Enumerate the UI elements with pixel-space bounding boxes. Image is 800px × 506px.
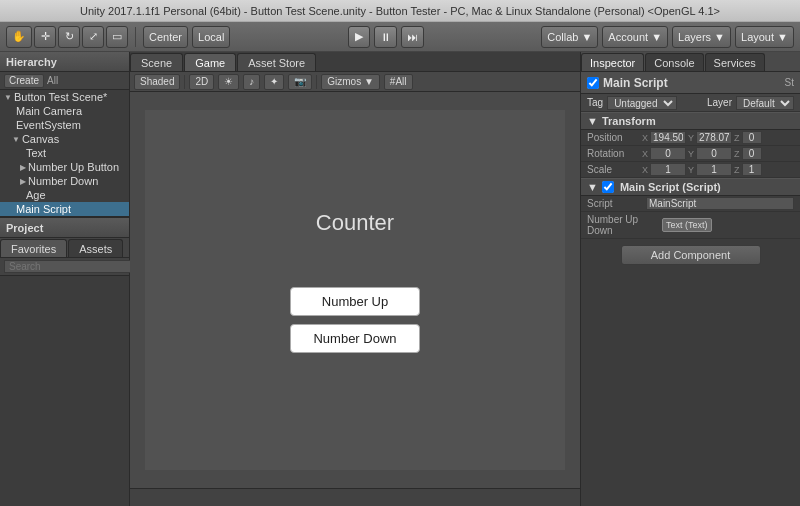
shaded-btn[interactable]: Shaded [134,74,180,90]
layer-select[interactable]: Default [736,96,794,110]
pos-x-input[interactable] [650,131,686,144]
hierarchy-item-numberup[interactable]: ▶ Number Up Button [0,160,129,174]
collapse-icon: ▼ [12,135,20,144]
tag-label: Tag [587,97,603,108]
hand-tool-btn[interactable]: ✋ [6,26,32,48]
number-up-btn[interactable]: Number Up [290,287,420,316]
rot-x-input[interactable] [650,147,686,160]
hierarchy-create-btn[interactable]: Create [4,74,44,88]
scale-y-input[interactable] [696,163,732,176]
scale-z-input[interactable] [742,163,762,176]
z-label: Z [734,165,740,175]
hierarchy-panel: Hierarchy Create All ▼ Button Test Scene… [0,52,130,506]
transform-tools: ✋ ✛ ↻ ⤢ ▭ [6,26,128,48]
account-btn[interactable]: Account ▼ [602,26,668,48]
object-name: Main Script [603,76,781,90]
rot-y-input[interactable] [696,147,732,160]
game-buttons: Number Up Number Down [290,287,420,353]
transform-label: Transform [602,115,656,127]
script-field-row: Script [581,196,800,212]
move-tool-btn[interactable]: ✛ [34,26,56,48]
hierarchy-item-label: EventSystem [16,119,81,131]
collapse-icon: ▼ [587,115,598,127]
static-label: St [785,77,794,88]
hierarchy-title: Hierarchy [6,56,57,68]
hierarchy-item-eventsystem[interactable]: EventSystem [0,118,129,132]
tag-select[interactable]: Untagged [607,96,677,110]
collapse-icon: ▼ [587,181,598,193]
project-tab-assets[interactable]: Assets [68,239,123,257]
console-tab[interactable]: Console [645,53,703,71]
collapse-icon: ▶ [20,163,26,172]
pos-z-input[interactable] [742,131,762,144]
position-row: Position X Y Z [581,130,800,146]
hierarchy-item-numberdown[interactable]: ▶ Number Down [0,174,129,188]
y-label: Y [688,149,694,159]
rotation-row: Rotation X Y Z [581,146,800,162]
sep2 [316,75,317,89]
position-label: Position [587,132,642,143]
rotate-tool-btn[interactable]: ↻ [58,26,80,48]
gizmos-btn[interactable]: Gizmos ▼ [321,74,380,90]
hierarchy-item-label: Number Down [28,175,98,187]
fx-btn[interactable]: ✦ [264,74,284,90]
rot-z-input[interactable] [742,147,762,160]
scene-cam-btn[interactable]: 📷 [288,74,312,90]
hierarchy-item-label: Main Script [16,203,71,215]
sep1 [135,27,136,47]
project-search-input[interactable] [4,260,141,273]
scale-label: Scale [587,164,642,175]
num-up-down-badge: Text (Text) [662,218,712,232]
x-label: X [642,149,648,159]
hierarchy-item-scene[interactable]: ▼ Button Test Scene* [0,90,129,104]
hierarchy-item-text[interactable]: Text [0,146,129,160]
project-tabs: Favorites Assets [0,238,129,258]
hierarchy-item-mainscript[interactable]: Main Script [0,202,129,216]
hierarchy-item-canvas[interactable]: ▼ Canvas [0,132,129,146]
add-component-btn[interactable]: Add Component [621,245,761,265]
number-down-btn[interactable]: Number Down [290,324,420,353]
center-area: Scene Game Asset Store Shaded 2D ☀ ♪ ✦ 📷… [130,52,580,506]
layers-btn[interactable]: Layers ▼ [672,26,731,48]
hierarchy-all-label: All [47,75,58,86]
inspector-tabs: Inspector Console Services [581,52,800,72]
titlebar-title: Unity 2017.1.1f1 Personal (64bit) - Butt… [80,5,720,17]
object-active-checkbox[interactable] [587,77,599,89]
hierarchy-item-label: Main Camera [16,105,82,117]
hierarchy-item-maincamera[interactable]: Main Camera [0,104,129,118]
scene-tabs: Scene Game Asset Store [130,52,580,72]
asset-store-tab[interactable]: Asset Store [237,53,316,71]
play-btn[interactable]: ▶ [348,26,370,48]
services-tab[interactable]: Services [705,53,765,71]
local-btn[interactable]: Local [192,26,230,48]
light-btn[interactable]: ☀ [218,74,239,90]
audio-btn[interactable]: ♪ [243,74,260,90]
layer-label: Layer [707,97,732,108]
mode-2d-btn[interactable]: 2D [189,74,214,90]
game-tab[interactable]: Game [184,53,236,71]
script-value-input[interactable] [646,197,794,210]
rect-tool-btn[interactable]: ▭ [106,26,128,48]
scene-toolbar: Shaded 2D ☀ ♪ ✦ 📷 Gizmos ▼ #All [130,72,580,92]
pos-y-input[interactable] [696,131,732,144]
tag-row: Tag Untagged Layer Default [581,94,800,112]
all-btn[interactable]: #All [384,74,413,90]
scale-tool-btn[interactable]: ⤢ [82,26,104,48]
script-active-checkbox[interactable] [602,181,614,193]
layout-btn[interactable]: Layout ▼ [735,26,794,48]
hierarchy-item-age[interactable]: Age [0,188,129,202]
scale-x-input[interactable] [650,163,686,176]
step-btn[interactable]: ⏭ [401,26,424,48]
y-label: Y [688,165,694,175]
collab-btn[interactable]: Collab ▼ [541,26,598,48]
project-bottom-area: Project Favorites Assets [0,216,129,506]
pause-btn[interactable]: ⏸ [374,26,397,48]
z-label: Z [734,133,740,143]
project-tab-favorites[interactable]: Favorites [0,239,67,257]
center-btn[interactable]: Center [143,26,188,48]
inspector-tab[interactable]: Inspector [581,53,644,71]
project-header: Project [0,218,129,238]
transform-section-header[interactable]: ▼ Transform [581,112,800,130]
script-section-header[interactable]: ▼ Main Script (Script) [581,178,800,196]
scene-tab[interactable]: Scene [130,53,183,71]
